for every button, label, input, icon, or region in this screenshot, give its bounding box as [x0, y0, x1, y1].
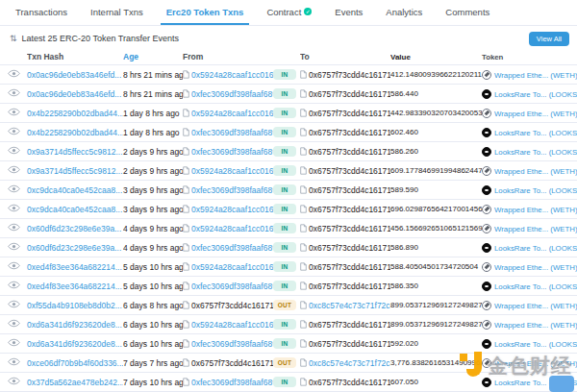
eye-icon[interactable]: [8, 165, 20, 174]
txn-hash-link[interactable]: 0x4b2258290b02dbad44...: [27, 128, 123, 137]
from-address[interactable]: 0xfec3069df398faaf689c...: [191, 378, 273, 387]
token-link[interactable]: Wrapped Ethe... (WETH): [494, 71, 577, 80]
txn-hash-link[interactable]: 0x60df6d23c298e6e39a...: [27, 243, 121, 253]
eye-icon[interactable]: [8, 357, 20, 366]
txn-hash-link[interactable]: 0x4b2258290b02dbad44...: [27, 109, 123, 118]
eye-icon[interactable]: [8, 69, 20, 78]
token-link[interactable]: Wrapped Ethe... (WETH): [494, 263, 577, 272]
token-link[interactable]: Wrapped Ethe... (WETH): [494, 167, 577, 176]
looks-token-icon: [482, 243, 491, 253]
tab-transactions[interactable]: Transactions: [10, 0, 73, 25]
document-icon: [183, 339, 189, 348]
from-address[interactable]: 0x5924a28caaf1cc01661...: [191, 166, 273, 176]
tab-erc20-token-txns[interactable]: Erc20 Token Txns: [161, 0, 250, 25]
looks-token-icon: [482, 282, 491, 291]
to-address: 0x6757f73cdd4c161712...: [309, 378, 390, 387]
document-icon: [300, 358, 307, 367]
txn-hash-link[interactable]: 0xf55da4b9108eb8d0b2...: [27, 301, 122, 310]
token-link[interactable]: LooksRare To... (LOOKS): [494, 340, 577, 349]
eye-icon[interactable]: [8, 319, 20, 328]
direction-badge: IN: [273, 261, 296, 272]
txn-hash-link[interactable]: 0x37d5a562ae478eb242...: [27, 378, 123, 387]
txn-hash-link[interactable]: 0xce06df70b9b4f60d336...: [27, 358, 123, 368]
eye-icon[interactable]: [8, 223, 20, 232]
from-address[interactable]: 0xfec3069df398faaf689c...: [191, 339, 273, 349]
from-address[interactable]: 0xfec3069df398faaf689c...: [191, 185, 273, 195]
token-link[interactable]: Wrapped Ethe... (WETH): [494, 321, 577, 330]
tab-analytics[interactable]: Analytics: [380, 0, 428, 25]
token-link[interactable]: Wrapped Ethe... (WETH): [494, 302, 577, 310]
to-address: 0x6757f73cdd4c161712...: [309, 262, 390, 272]
eye-icon[interactable]: [8, 184, 20, 193]
token-link[interactable]: LooksRare To... (LOOKS): [494, 148, 577, 157]
txn-hash-link[interactable]: 0xd6a341d6f923620de8...: [27, 320, 122, 330]
txn-hash-link[interactable]: 0x0ac96de0eb83a46efd...: [27, 70, 121, 80]
txn-hash-link[interactable]: 0xc9dca40ca0e452caa8...: [27, 205, 122, 214]
from-address[interactable]: 0xfec3069df398faaf689c...: [191, 128, 273, 137]
token-link[interactable]: Wrapped Ethe... (WETH): [494, 359, 577, 368]
to-address[interactable]: 0xc8c57e4c73c71f72ca0...: [309, 358, 390, 368]
eye-icon[interactable]: [8, 281, 20, 289]
value-cell: 412.148009396622120211: [390, 70, 482, 79]
from-address[interactable]: 0x5924a28caaf1cc01661...: [191, 205, 273, 214]
from-address[interactable]: 0x5924a28caaf1cc01661...: [191, 70, 273, 80]
from-address[interactable]: 0x5924a28caaf1cc01661...: [191, 109, 273, 118]
token-link[interactable]: LooksRare To... (LOOKS): [494, 282, 577, 291]
eye-icon[interactable]: [8, 127, 20, 135]
token-link[interactable]: Wrapped Ethe... (WETH): [494, 225, 577, 233]
from-address[interactable]: 0xfec3069df398faaf689c...: [191, 282, 273, 291]
from-address[interactable]: 0xfec3069df398faaf689c...: [191, 147, 273, 157]
txn-hash-link[interactable]: 0x9a3714d5ffecc5c9812...: [27, 166, 123, 176]
eye-icon[interactable]: [8, 338, 20, 347]
table-row: 0x37d5a562ae478eb242... 7 days 10 hrs ag…: [0, 373, 577, 392]
back-to-top-button[interactable]: [549, 376, 574, 392]
token-link[interactable]: Wrapped Ethe... (WETH): [494, 206, 577, 214]
document-icon: [183, 358, 189, 367]
eye-icon[interactable]: [8, 300, 20, 308]
tab-comments[interactable]: Comments: [439, 0, 495, 25]
looks-token-icon: [482, 89, 491, 99]
weth-token-icon: [482, 70, 491, 80]
view-all-button[interactable]: View All: [529, 32, 569, 46]
eye-icon[interactable]: [8, 88, 20, 97]
txn-hash-link[interactable]: 0xed4f83ee364a682214...: [27, 262, 122, 272]
weth-token-icon: [482, 301, 491, 310]
txn-hash-link[interactable]: 0x60df6d23c298e6e39a...: [27, 224, 121, 233]
from-address[interactable]: 0x5924a28caaf1cc01661...: [191, 262, 273, 272]
document-icon: [300, 224, 307, 233]
age-sort-header[interactable]: Age: [123, 52, 183, 61]
token-link[interactable]: LooksRare To... (LOOKS): [494, 90, 577, 99]
from-address[interactable]: 0x5924a28caaf1cc01661...: [191, 320, 273, 330]
eye-icon[interactable]: [8, 377, 20, 385]
txn-hash-link[interactable]: 0xed4f83ee364a682214...: [27, 282, 122, 291]
panel-title: Latest 25 ERC-20 Token Transfer Events: [22, 34, 179, 43]
txn-hash-link[interactable]: 0xd6a341d6f923620de8...: [27, 339, 122, 349]
direction-badge: IN: [273, 88, 296, 99]
eye-icon[interactable]: [8, 242, 20, 251]
from-address[interactable]: 0xfec3069df398faaf689c...: [191, 89, 273, 99]
tab-internal-txns[interactable]: Internal Txns: [85, 0, 149, 25]
txn-hash-link[interactable]: 0x0ac96de0eb83a46efd...: [27, 89, 121, 99]
from-address[interactable]: 0xfec3069df398faaf689c...: [191, 243, 273, 253]
table-row: 0xf55da4b9108eb8d0b2... 6 days 8 hrs ago…: [0, 296, 577, 315]
tab-contract[interactable]: Contract✓: [261, 0, 317, 25]
to-address: 0x6757f73cdd4c161712...: [309, 166, 390, 176]
token-link[interactable]: Wrapped Ethe... (WETH): [494, 110, 577, 118]
token-link[interactable]: LooksRare To... (LOOKS): [494, 129, 577, 137]
eye-icon[interactable]: [8, 108, 20, 116]
tab-events[interactable]: Events: [329, 0, 368, 25]
eye-icon[interactable]: [8, 204, 20, 212]
from-address[interactable]: 0x5924a28caaf1cc01661...: [191, 224, 273, 233]
to-address: 0x6757f73cdd4c161712...: [309, 205, 390, 214]
txn-hash-link[interactable]: 0xc9dca40ca0e452caa8...: [27, 185, 122, 195]
eye-icon[interactable]: [8, 146, 20, 155]
value-cell: 899.053712969127249827: [390, 320, 482, 329]
token-link[interactable]: LooksRare To... (LOOKS): [494, 186, 577, 195]
weth-token-icon: [482, 320, 491, 330]
age-cell: 4 days 9 hrs ago: [123, 243, 183, 253]
txn-hash-link[interactable]: 0x9a3714d5ffecc5c9812...: [27, 147, 123, 157]
to-address[interactable]: 0xc8c57e4c73c71f72ca0...: [309, 301, 390, 310]
eye-icon[interactable]: [8, 261, 20, 270]
token-link[interactable]: LooksRare To... (LOOKS): [494, 244, 577, 253]
to-address: 0x6757f73cdd4c161712...: [309, 70, 390, 80]
